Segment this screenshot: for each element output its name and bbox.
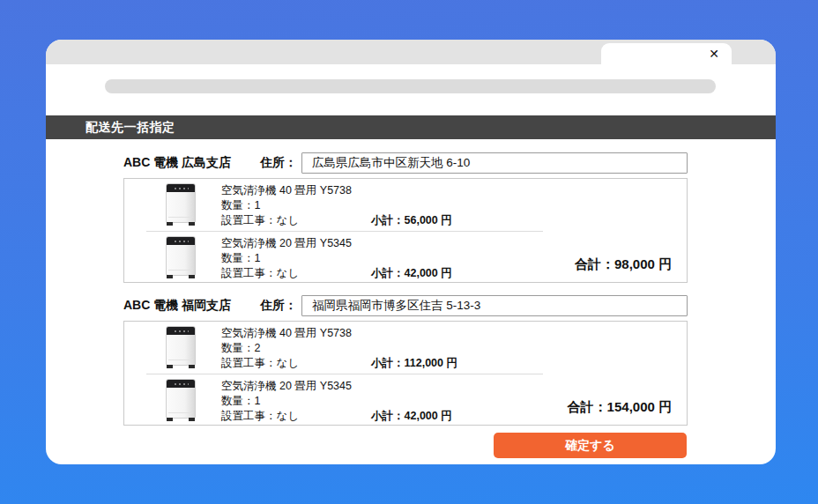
modal-title: 配送先一括指定 — [86, 120, 175, 136]
item-details: 空気清浄機 20 畳用 Y5345 数量：1 設置工事：なし 小計：42,000… — [221, 236, 452, 281]
confirm-button[interactable]: 確定する — [494, 433, 687, 458]
item-quantity: 数量：1 — [221, 251, 452, 266]
air-purifier-image — [164, 326, 197, 368]
address-input[interactable] — [301, 152, 688, 174]
item-installation: 設置工事：なし — [221, 266, 371, 281]
item-details: 空気清浄機 40 畳用 Y5738 数量：1 設置工事：なし 小計：56,000… — [221, 183, 452, 228]
item-row: 空気清浄機 40 畳用 Y5738 数量：1 設置工事：なし 小計：56,000… — [124, 179, 687, 231]
item-subtotal: 小計：42,000 円 — [371, 266, 452, 281]
item-details: 空気清浄機 40 畳用 Y5738 数量：2 設置工事：なし 小計：112,00… — [221, 326, 457, 371]
close-icon[interactable]: ✕ — [705, 45, 723, 63]
item-subtotal: 小計：112,000 円 — [371, 356, 457, 371]
destination-section-fukuoka: ABC 電機 福岡支店 住所： 空気清浄機 40 畳用 Y5738 数量：2 設… — [123, 294, 688, 426]
items-box: 空気清浄機 40 畳用 Y5738 数量：2 設置工事：なし 小計：112,00… — [123, 321, 688, 426]
air-purifier-image — [164, 236, 197, 278]
address-row: ABC 電機 広島支店 住所： — [123, 152, 688, 174]
modal-header: 配送先一括指定 — [46, 115, 776, 139]
item-name: 空気清浄機 40 畳用 Y5738 — [221, 183, 452, 198]
item-row: 空気清浄機 40 畳用 Y5738 数量：2 設置工事：なし 小計：112,00… — [124, 322, 687, 374]
url-bar-placeholder — [105, 79, 716, 93]
item-subtotal: 小計：56,000 円 — [371, 213, 452, 228]
destination-section-hiroshima: ABC 電機 広島支店 住所： 空気清浄機 40 畳用 Y5738 数量：1 設… — [123, 152, 688, 283]
item-installation: 設置工事：なし — [221, 213, 371, 228]
address-input[interactable] — [301, 295, 688, 316]
section-total: 合計：154,000 円 — [568, 399, 672, 416]
item-name: 空気清浄機 40 畳用 Y5738 — [221, 326, 457, 341]
browser-titlebar: ✕ — [46, 40, 776, 64]
item-name: 空気清浄機 20 畳用 Y5345 — [221, 236, 452, 251]
item-subtotal: 小計：42,000 円 — [371, 409, 452, 424]
item-quantity: 数量：1 — [221, 198, 452, 213]
item-installation: 設置工事：なし — [221, 409, 371, 424]
address-row: ABC 電機 福岡支店 住所： — [123, 294, 688, 317]
item-name: 空気清浄機 20 畳用 Y5345 — [221, 379, 452, 394]
page-background: ✕ 配送先一括指定 ABC 電機 広島支店 住所： 空気 — [0, 0, 818, 504]
item-details: 空気清浄機 20 畳用 Y5345 数量：1 設置工事：なし 小計：42,000… — [221, 379, 452, 424]
item-quantity: 数量：1 — [221, 394, 452, 409]
browser-tab[interactable]: ✕ — [601, 43, 732, 64]
branch-name: ABC 電機 広島支店 — [123, 155, 260, 171]
branch-name: ABC 電機 福岡支店 — [123, 298, 260, 314]
items-box: 空気清浄機 40 畳用 Y5738 数量：1 設置工事：なし 小計：56,000… — [123, 178, 688, 283]
air-purifier-image — [164, 183, 197, 226]
item-quantity: 数量：2 — [221, 341, 457, 356]
address-label: 住所： — [260, 298, 301, 314]
item-installation: 設置工事：なし — [221, 356, 371, 371]
address-label: 住所： — [260, 155, 301, 171]
browser-window: ✕ 配送先一括指定 ABC 電機 広島支店 住所： 空気 — [46, 40, 776, 464]
air-purifier-image — [164, 379, 197, 421]
section-total: 合計：98,000 円 — [575, 256, 672, 273]
